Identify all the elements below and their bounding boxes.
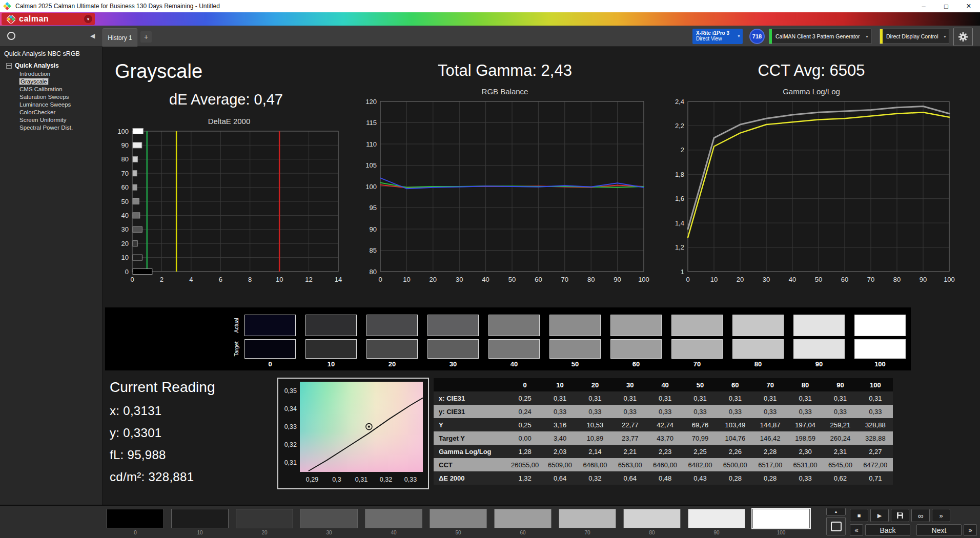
calman-logo-icon xyxy=(7,15,15,24)
minimize-button[interactable]: – xyxy=(912,0,935,12)
cie-chromaticity-diagram[interactable]: 0,290,30,310,320,330,310,320,330,340,35 xyxy=(277,378,429,489)
pattern-patch-20[interactable]: 20 xyxy=(236,509,293,535)
table-cell: 144,87 xyxy=(753,418,788,431)
table-cell: 0,31 xyxy=(578,391,612,405)
pattern-patch-90[interactable]: 90 xyxy=(688,509,745,535)
table-col-header: 0 xyxy=(507,378,542,391)
svg-text:80: 80 xyxy=(370,268,377,276)
next-chevron-button[interactable]: » xyxy=(964,524,977,536)
settings-button[interactable] xyxy=(953,28,973,46)
play-button[interactable]: ▶ xyxy=(870,509,889,522)
table-header-row: 0102030405060708090100 xyxy=(434,378,893,391)
display-control-selector[interactable]: Direct Display Control ▼ xyxy=(880,29,949,44)
meter-selector[interactable]: X-Rite i1Pro 3 Direct View ▼ xyxy=(692,29,743,44)
table-cell: 0,33 xyxy=(753,405,788,418)
pattern-patch-80[interactable]: 80 xyxy=(623,509,681,535)
table-cell: 0,25 xyxy=(507,391,542,405)
sidebar-item-cms-calibration[interactable]: CMS Calibration xyxy=(0,86,102,93)
pattern-window-button[interactable] xyxy=(826,517,846,535)
source-color-stripe xyxy=(880,29,883,44)
tab-history-1[interactable]: History 1 xyxy=(103,28,137,47)
table-cell: 0,33 xyxy=(683,405,718,418)
actual-swatch-10 xyxy=(305,315,357,336)
rainbow-gradient-bar xyxy=(0,12,980,26)
table-cell: 0,31 xyxy=(612,391,647,405)
close-button[interactable]: × xyxy=(957,0,980,12)
sidebar-root-quick-analysis[interactable]: Quick Analysis xyxy=(0,60,102,70)
pattern-patch-30[interactable]: 30 xyxy=(300,509,358,535)
sidebar-item-colorchecker[interactable]: ColorChecker xyxy=(0,109,102,116)
table-row: y: CIE310,240,330,330,330,330,330,330,33… xyxy=(434,405,893,418)
svg-text:60: 60 xyxy=(121,183,129,191)
target-swatch-90 xyxy=(793,339,845,359)
table-cell: 0,43 xyxy=(683,471,718,485)
svg-text:1,8: 1,8 xyxy=(675,171,684,178)
pattern-patch-0[interactable]: 0 xyxy=(107,509,164,535)
continuous-measure-button[interactable]: ∞ xyxy=(911,509,930,522)
table-cell: 0,62 xyxy=(823,471,858,485)
table-cell: 0,25 xyxy=(507,418,542,431)
table-cell: 328,88 xyxy=(858,418,893,431)
chevron-down-icon: ▼ xyxy=(943,35,947,38)
meter-count-badge[interactable]: 718 xyxy=(749,29,765,44)
pattern-patch-60[interactable]: 60 xyxy=(494,509,552,535)
patch-color xyxy=(171,509,229,528)
sidebar-item-grayscale[interactable]: Grayscale xyxy=(0,78,102,86)
table-col-header xyxy=(434,378,507,391)
table-cell: 6482,00 xyxy=(683,458,718,471)
patch-label: 10 xyxy=(171,530,229,535)
svg-text:60: 60 xyxy=(535,276,542,283)
sidebar-item-spectral-power-dist-[interactable]: Spectral Power Dist. xyxy=(0,124,102,132)
table-cell: 260,24 xyxy=(823,431,858,445)
pattern-patch-50[interactable]: 50 xyxy=(430,509,487,535)
svg-text:100: 100 xyxy=(638,276,649,283)
table-cell: 328,88 xyxy=(858,431,893,445)
table-cell: 6545,00 xyxy=(823,458,858,471)
chevron-down-icon: ▼ xyxy=(737,34,741,38)
sidebar-item-introduction[interactable]: Introduction xyxy=(0,70,102,78)
pattern-window-icon xyxy=(831,522,842,531)
pattern-patch-40[interactable]: 40 xyxy=(365,509,422,535)
stop-button[interactable]: ■ xyxy=(850,509,868,522)
svg-text:80: 80 xyxy=(893,276,901,283)
pattern-patch-70[interactable]: 70 xyxy=(559,509,616,535)
expand-controls-button[interactable]: » xyxy=(932,509,950,522)
maximize-button[interactable]: □ xyxy=(935,0,957,12)
svg-text:0,29: 0,29 xyxy=(306,476,318,483)
patch-label: 50 xyxy=(430,530,487,535)
patch-label: 30 xyxy=(300,530,358,535)
svg-text:6: 6 xyxy=(219,276,222,283)
add-tab-button[interactable]: + xyxy=(140,31,152,43)
next-button[interactable]: Next xyxy=(916,524,962,536)
chevron-down-icon: ▼ xyxy=(84,15,92,23)
table-cell: 2,27 xyxy=(858,445,893,458)
pattern-patch-10[interactable]: 10 xyxy=(171,509,229,535)
tree-expander-icon[interactable] xyxy=(6,63,12,69)
table-cell: 69,76 xyxy=(683,418,718,431)
calman-menu-button[interactable]: calman ▼ xyxy=(2,13,95,25)
collapse-sidebar-button[interactable]: ◀ xyxy=(90,32,95,39)
back-button[interactable]: Back xyxy=(865,524,910,536)
table-col-header: 90 xyxy=(823,378,858,391)
sidebar-item-luminance-sweeps[interactable]: Luminance Sweeps xyxy=(0,101,102,109)
table-cell: 0,31 xyxy=(718,391,752,405)
table-col-header: 70 xyxy=(753,378,788,391)
sidebar-item-saturation-sweeps[interactable]: Saturation Sweeps xyxy=(0,93,102,101)
back-chevron-button[interactable]: « xyxy=(850,524,863,536)
next-button-label: Next xyxy=(932,526,947,534)
save-button[interactable] xyxy=(891,509,909,522)
pattern-generator-selector[interactable]: CalMAN Client 3 Pattern Generator ▼ xyxy=(769,29,871,44)
meter-mode: Direct View xyxy=(692,36,743,42)
patch-label: 60 xyxy=(494,530,552,535)
sidebar-item-screen-uniformity[interactable]: Screen Uniformity xyxy=(0,116,102,124)
pattern-patch-100[interactable]: 100 xyxy=(752,509,810,535)
gamma-chart-title: Gamma Log/Log xyxy=(666,87,956,96)
patch-color xyxy=(300,509,358,528)
table-row: ΔE 20001,320,640,320,640,480,430,280,280… xyxy=(434,471,893,485)
svg-text:90: 90 xyxy=(920,276,927,283)
play-icon: ▶ xyxy=(877,512,882,519)
actual-swatch-50 xyxy=(549,315,601,336)
session-status-icon[interactable] xyxy=(7,32,15,40)
current-reading-title: Current Reading xyxy=(110,379,215,396)
pattern-list-up-button[interactable]: ▲ xyxy=(826,508,846,515)
